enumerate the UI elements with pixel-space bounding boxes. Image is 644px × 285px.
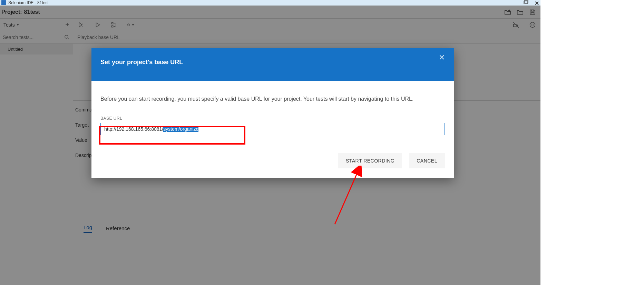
base-url-text-selected: system/organize: [163, 126, 198, 132]
modal-body: Before you can start recording, you must…: [91, 81, 454, 146]
cancel-button[interactable]: CANCEL: [409, 153, 445, 168]
close-icon[interactable]: ✕: [439, 53, 445, 62]
app-icon: [1, 0, 6, 5]
base-url-modal: Set your project's base URL ✕ Before you…: [91, 48, 454, 178]
base-url-text-plain: http://192.168.165.66:8081/: [104, 126, 163, 132]
modal-header: Set your project's base URL ✕: [91, 48, 454, 81]
base-url-input[interactable]: http://192.168.165.66:8081/system/organi…: [100, 123, 445, 135]
start-recording-button[interactable]: START RECORDING: [338, 153, 402, 168]
window-title-text: Selenium IDE - 81test: [8, 0, 49, 5]
modal-title: Set your project's base URL: [100, 59, 183, 66]
modal-footer: START RECORDING CANCEL: [91, 146, 454, 178]
base-url-field-label: BASE URL: [100, 116, 445, 121]
modal-description: Before you can start recording, you must…: [100, 95, 445, 104]
window-title-bar: Selenium IDE - 81test: [0, 0, 540, 6]
